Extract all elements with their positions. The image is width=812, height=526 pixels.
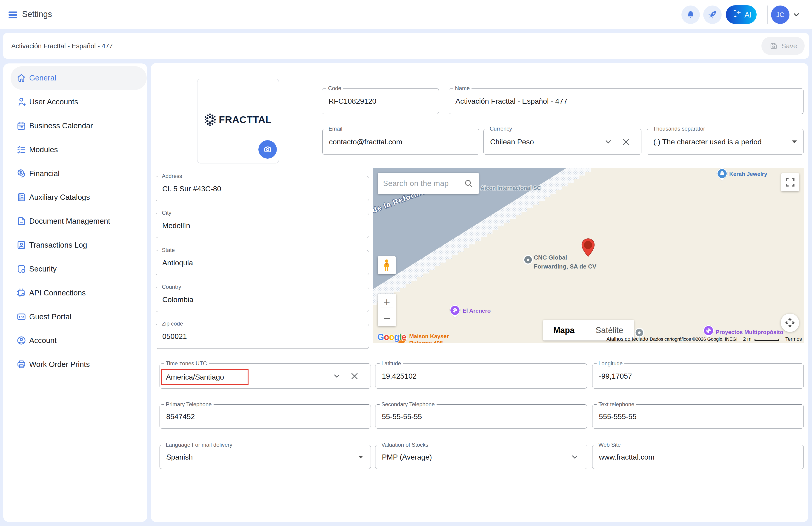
svg-text:Forwarding, SA de CV: Forwarding, SA de CV [534, 263, 597, 270]
svg-text:Proyectos Multipropósito: Proyectos Multipropósito [716, 329, 783, 335]
svg-text:Aicon Internacional SC: Aicon Internacional SC [480, 185, 541, 191]
svg-text:Kerah Jewelry: Kerah Jewelry [729, 171, 767, 177]
svg-text:El Arenero: El Arenero [463, 308, 491, 314]
svg-text:CNC Global: CNC Global [534, 254, 567, 261]
